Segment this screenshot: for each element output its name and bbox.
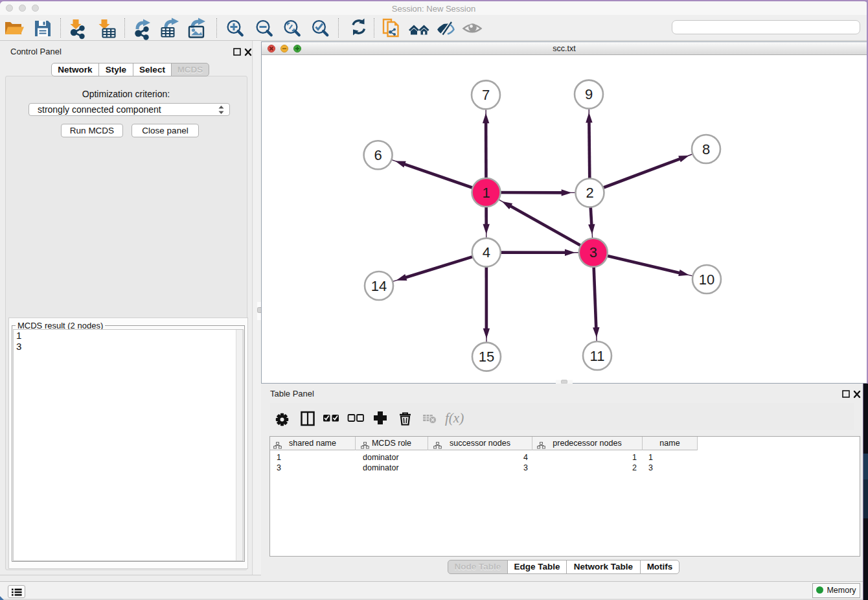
- svg-text:7: 7: [482, 87, 490, 103]
- svg-text:1: 1: [482, 185, 490, 201]
- svg-text:10: 10: [699, 271, 714, 288]
- svg-text:2: 2: [586, 185, 593, 201]
- svg-text:3: 3: [589, 244, 597, 260]
- svg-text:6: 6: [374, 147, 382, 163]
- svg-text:14: 14: [371, 278, 387, 294]
- svg-text:8: 8: [702, 141, 710, 157]
- svg-text:11: 11: [590, 348, 605, 364]
- svg-text:9: 9: [585, 86, 593, 102]
- svg-text:15: 15: [479, 349, 494, 365]
- svg-text:4: 4: [483, 244, 490, 260]
- svg-text:f(x): f(x): [445, 410, 464, 426]
